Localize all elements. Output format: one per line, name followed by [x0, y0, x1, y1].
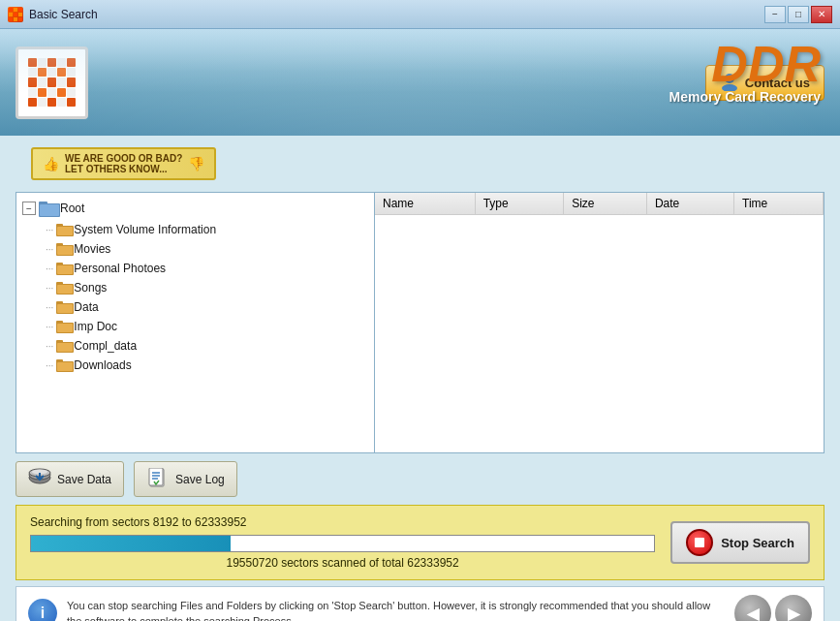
col-name: Name	[375, 193, 475, 215]
progress-count: 19550720 sectors scanned of total 623339…	[30, 556, 655, 570]
progress-bar-container	[30, 535, 655, 552]
col-time: Time	[734, 193, 824, 215]
brand-subtitle: Memory Card Recovery	[669, 89, 821, 105]
svg-rect-45	[149, 468, 163, 485]
svg-rect-3	[9, 13, 13, 16]
tree-item-0[interactable]: ··· System Volume Information	[16, 220, 374, 239]
save-data-label: Save Data	[57, 473, 111, 486]
forward-button[interactable]: ▶	[775, 595, 812, 621]
tree-item-5[interactable]: ··· Imp Doc	[16, 317, 374, 336]
svg-rect-0	[9, 8, 13, 12]
save-log-label: Save Log	[175, 473, 225, 486]
folder-icon	[56, 281, 74, 295]
maximize-button[interactable]: □	[788, 6, 809, 23]
tree-label-4: Data	[74, 300, 98, 314]
tree-label-7: Downloads	[74, 358, 131, 372]
logo-grid	[28, 58, 77, 107]
save-data-button[interactable]: Save Data	[16, 461, 124, 497]
tree-item-2[interactable]: ··· Personal Photoes	[16, 259, 374, 278]
folder-icon	[56, 320, 74, 333]
stop-label: Stop Search	[721, 536, 794, 550]
tree-root-label: Root	[60, 202, 84, 215]
stop-icon	[686, 529, 713, 556]
rating-banner[interactable]: 👍 WE ARE GOOD OR BAD? LET OTHERS KNOW...…	[31, 147, 216, 180]
title-bar-left: Basic Search	[8, 7, 98, 22]
file-panel[interactable]: Name Type Size Date Time	[375, 193, 824, 452]
svg-rect-26	[57, 285, 73, 294]
svg-rect-4	[14, 13, 17, 16]
root-folder-icon	[39, 200, 60, 217]
window-controls: − □ ✕	[764, 6, 832, 23]
svg-rect-38	[57, 362, 73, 371]
svg-rect-7	[14, 17, 17, 21]
search-label: Searching from sectors 8192 to 62333952	[30, 515, 655, 529]
folder-icon	[56, 262, 74, 275]
col-size: Size	[564, 193, 647, 215]
file-table: Name Type Size Date Time	[375, 193, 824, 215]
window-title: Basic Search	[29, 8, 98, 21]
folder-icon	[56, 223, 74, 236]
folder-icon	[56, 358, 74, 372]
app-icon	[8, 7, 23, 22]
svg-rect-1	[14, 8, 17, 12]
tree-item-3[interactable]: ··· Songs	[16, 278, 374, 297]
rating-text: WE ARE GOOD OR BAD? LET OTHERS KNOW...	[65, 153, 182, 174]
tree-item-4[interactable]: ··· Data	[16, 297, 374, 317]
tree-label-6: Compl_data	[74, 339, 137, 353]
svg-rect-8	[18, 17, 22, 21]
folder-icon	[56, 300, 74, 314]
folder-icon	[56, 242, 74, 256]
save-log-button[interactable]: Save Log	[134, 461, 237, 497]
tree-label-0: System Volume Information	[74, 223, 216, 236]
thumbs-down-icon: 👎	[188, 156, 204, 171]
expand-icon[interactable]: −	[22, 202, 36, 215]
tree-label-2: Personal Photoes	[74, 262, 166, 275]
app-logo	[16, 47, 88, 119]
stop-square	[695, 538, 704, 547]
header: Contact us DDR Memory Card Recovery	[0, 29, 840, 136]
brand-name: DDR	[669, 39, 821, 89]
tree-item-1[interactable]: ··· Movies	[16, 239, 374, 259]
tree-label-5: Imp Doc	[74, 320, 117, 333]
tree-item-7[interactable]: ··· Downloads	[16, 356, 374, 375]
progress-area: Searching from sectors 8192 to 62333952 …	[16, 505, 824, 580]
tree-label-1: Movies	[74, 242, 110, 256]
minimize-button[interactable]: −	[764, 6, 786, 23]
info-bar: i You can stop searching Files and Folde…	[16, 586, 824, 621]
stop-search-button[interactable]: Stop Search	[670, 521, 810, 564]
save-data-icon	[28, 468, 51, 490]
close-button[interactable]: ✕	[811, 6, 832, 23]
info-icon: i	[28, 599, 57, 621]
toolbar: Save Data Save Log	[0, 453, 840, 505]
svg-rect-20	[57, 246, 73, 255]
nav-arrows: ◀ ▶	[734, 595, 812, 621]
main-content: − Root ··· System Volume Information ···	[16, 192, 824, 453]
tree-label-3: Songs	[74, 281, 107, 295]
col-type: Type	[475, 193, 563, 215]
progress-info: Searching from sectors 8192 to 62333952 …	[30, 515, 655, 570]
svg-rect-17	[57, 227, 73, 235]
svg-rect-29	[57, 304, 73, 313]
tree-item-6[interactable]: ··· Compl_data	[16, 336, 374, 356]
svg-rect-23	[57, 265, 73, 274]
thumbs-up-icon: 👍	[43, 156, 59, 171]
svg-rect-2	[18, 8, 22, 12]
svg-rect-14	[40, 204, 59, 216]
svg-rect-35	[57, 343, 73, 352]
info-message: You can stop searching Files and Folders…	[67, 598, 725, 622]
svg-rect-5	[18, 13, 22, 16]
svg-rect-32	[57, 324, 73, 332]
folder-icon	[56, 339, 74, 353]
svg-rect-6	[9, 17, 13, 21]
tree-panel[interactable]: − Root ··· System Volume Information ···	[16, 193, 375, 452]
progress-bar-fill	[31, 536, 231, 551]
title-bar: Basic Search − □ ✕	[0, 0, 840, 29]
back-button[interactable]: ◀	[734, 595, 771, 621]
save-log-icon	[146, 468, 170, 490]
brand-area: DDR Memory Card Recovery	[669, 39, 821, 105]
col-date: Date	[646, 193, 733, 215]
tree-item-root[interactable]: − Root	[16, 197, 374, 220]
